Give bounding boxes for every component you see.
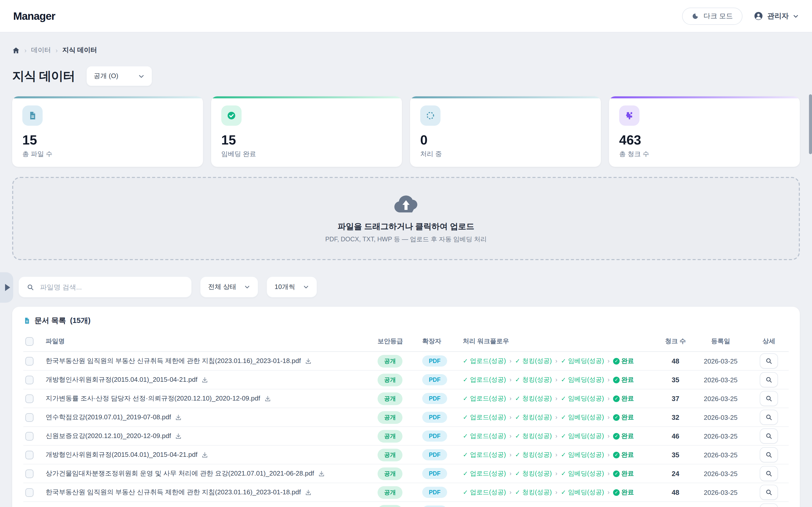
- detail-button[interactable]: [760, 466, 778, 481]
- detail-button[interactable]: [760, 372, 778, 387]
- download-icon[interactable]: [318, 470, 325, 477]
- detail-button[interactable]: [760, 485, 778, 500]
- table-row: 한국부동산원 임직원의 부동산 신규취득 제한에 관한 지침(2023.01.1…: [23, 483, 789, 502]
- workflow-separator: ›: [554, 489, 559, 496]
- row-checkbox[interactable]: [26, 413, 34, 421]
- page-size-select[interactable]: 10개씩: [266, 276, 317, 298]
- table-row: 연수학점요강(2019.07.01)_2019-07-08.pdf 공개 PDF…: [23, 408, 789, 427]
- workflow-done: ✓완료: [613, 357, 634, 365]
- row-checkbox[interactable]: [26, 432, 34, 440]
- check-icon: ✓: [561, 470, 566, 477]
- check-icon: ✓: [515, 395, 520, 402]
- row-checkbox[interactable]: [26, 394, 34, 403]
- column-workflow[interactable]: 처리 워크플로우: [461, 337, 659, 346]
- table-row: 지가변동률 조사·산정 담당자 선정·의뢰규정(2020.12.10)_2020…: [23, 502, 789, 507]
- security-badge: 공개: [377, 430, 402, 442]
- page-size-value: 10개씩: [274, 282, 295, 291]
- file-name[interactable]: 한국부동산원 임직원의 부동산 신규취득 제한에 관한 지침(2023.01.1…: [46, 488, 301, 497]
- file-name[interactable]: 연수학점요강(2019.07.01)_2019-07-08.pdf: [46, 413, 171, 422]
- stat-label: 처리 중: [420, 150, 591, 159]
- check-icon: ✓: [515, 489, 520, 496]
- detail-button[interactable]: [760, 429, 778, 444]
- check-icon: ✓: [463, 451, 468, 458]
- row-checkbox[interactable]: [26, 376, 34, 384]
- workflow-separator: ›: [508, 376, 513, 383]
- stat-label: 총 파일 수: [22, 150, 193, 159]
- workflow-separator: ›: [508, 470, 513, 477]
- security-badge: 공개: [377, 374, 402, 386]
- search-input[interactable]: [40, 283, 184, 291]
- table-row: 한국부동산원 임직원의 부동산 신규취득 제한에 관한 지침(2023.01.1…: [23, 352, 789, 371]
- column-chunks[interactable]: 청크 수: [659, 337, 692, 346]
- column-extension[interactable]: 확장자: [420, 337, 461, 346]
- column-security[interactable]: 보안등급: [375, 337, 420, 346]
- status-filter-select[interactable]: 전체 상태: [200, 276, 258, 298]
- brand-logo: Manager: [13, 10, 55, 22]
- status-done-icon: ✓: [613, 358, 620, 364]
- home-icon[interactable]: [12, 46, 20, 54]
- sidebar-expand-handle[interactable]: [0, 272, 13, 303]
- file-upload-dropzone[interactable]: 파일을 드래그하거나 클릭하여 업로드 PDF, DOCX, TXT, HWP …: [12, 177, 800, 260]
- card-accent-stripe: [410, 96, 601, 98]
- detail-button[interactable]: [760, 503, 778, 507]
- download-icon[interactable]: [175, 433, 182, 439]
- scrollbar-thumb[interactable]: [809, 94, 812, 154]
- check-icon: ✓: [463, 357, 468, 364]
- chevron-down-icon: [793, 13, 799, 19]
- chunk-count: 48: [659, 357, 692, 365]
- workflow-separator: ›: [554, 414, 559, 421]
- workflow-separator: ›: [508, 357, 513, 364]
- workflow-step: 업로드(성공): [470, 488, 506, 497]
- extension-badge: PDF: [422, 393, 447, 404]
- workflow-done-label: 완료: [621, 357, 634, 365]
- file-name[interactable]: 한국부동산원 임직원의 부동산 신규취득 제한에 관한 지침(2023.01.1…: [46, 356, 301, 365]
- row-checkbox[interactable]: [26, 488, 34, 497]
- visibility-select[interactable]: 공개 (O): [86, 66, 152, 86]
- check-icon: ✓: [463, 433, 468, 440]
- check-icon: ✓: [561, 376, 566, 383]
- download-icon[interactable]: [305, 358, 312, 364]
- download-icon[interactable]: [201, 377, 208, 383]
- workflow-done-label: 완료: [621, 469, 634, 478]
- magnifier-icon: [765, 470, 772, 477]
- detail-button[interactable]: [760, 447, 778, 462]
- row-checkbox[interactable]: [26, 357, 34, 365]
- workflow-step: 임베딩(성공): [568, 413, 604, 421]
- dark-mode-label: 다크 모드: [703, 11, 733, 20]
- check-icon: ✓: [561, 489, 566, 496]
- top-bar: Manager 다크 모드 관리자: [0, 0, 812, 33]
- download-icon[interactable]: [305, 489, 312, 496]
- workflow-done: ✓완료: [613, 376, 634, 384]
- security-badge: 공개: [377, 486, 402, 499]
- detail-button[interactable]: [760, 410, 778, 425]
- security-badge: 공개: [377, 355, 402, 367]
- column-date[interactable]: 등록일: [692, 337, 749, 346]
- select-all-checkbox[interactable]: [26, 337, 34, 346]
- status-done-icon: ✓: [613, 489, 620, 496]
- row-checkbox[interactable]: [26, 469, 34, 478]
- file-name[interactable]: 신원보증요강(2020.12.10)_2020-12-09.pdf: [46, 432, 171, 441]
- workflow-separator: ›: [508, 395, 513, 402]
- extension-badge: PDF: [422, 487, 447, 498]
- row-checkbox[interactable]: [26, 450, 34, 459]
- card-accent-stripe: [12, 96, 203, 98]
- search-icon: [27, 283, 34, 291]
- download-icon[interactable]: [201, 451, 208, 458]
- dark-mode-toggle[interactable]: 다크 모드: [682, 7, 743, 24]
- column-filename[interactable]: 파일명: [44, 337, 375, 346]
- file-name[interactable]: 개방형인사위원회규정(2015.04.01)_2015-04-21.pdf: [46, 450, 197, 459]
- download-icon[interactable]: [175, 414, 182, 420]
- detail-button[interactable]: [760, 353, 778, 369]
- table-header-row: 파일명 보안등급 확장자 처리 워크플로우 청크 수 등록일 상세: [23, 333, 789, 352]
- table-count: (15개): [70, 316, 91, 326]
- breadcrumb-item-data[interactable]: 데이터: [31, 46, 51, 55]
- chevron-down-icon: [303, 284, 309, 290]
- workflow-separator: ›: [508, 433, 513, 440]
- file-name[interactable]: 지가변동률 조사·산정 담당자 선정·의뢰규정(2020.12.10)_2020…: [46, 394, 260, 403]
- download-icon[interactable]: [264, 395, 271, 402]
- user-menu[interactable]: 관리자: [754, 11, 799, 21]
- app-window: Manager 다크 모드 관리자 › 데이터 › 지식: [0, 0, 812, 507]
- file-name[interactable]: 상가건물임대차분쟁조정위원회 운영 및 사무 처리에 관한 요강(2021.07…: [46, 469, 314, 478]
- file-name[interactable]: 개방형인사위원회규정(2015.04.01)_2015-04-21.pdf: [46, 375, 197, 384]
- detail-button[interactable]: [760, 391, 778, 406]
